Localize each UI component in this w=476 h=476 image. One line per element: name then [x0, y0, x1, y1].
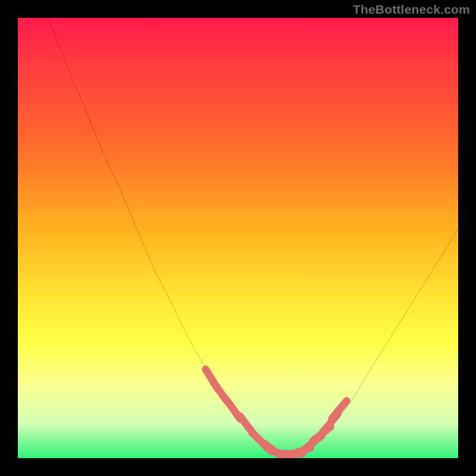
plot-area — [18, 18, 458, 458]
watermark-label: TheBottleneck.com — [353, 2, 470, 17]
marker-group — [205, 369, 346, 457]
chart-stage: TheBottleneck.com — [0, 0, 476, 476]
chart-svg — [18, 18, 458, 458]
bottleneck-curve — [49, 18, 458, 454]
